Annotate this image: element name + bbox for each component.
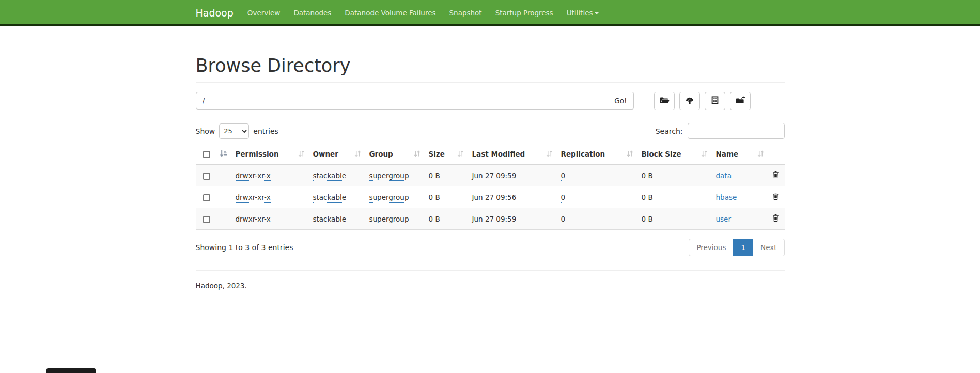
column-header-last-modified[interactable]: Last Modified (468, 146, 557, 164)
cell-owner: stackable (309, 164, 365, 186)
cell-group: supergroup (365, 186, 425, 208)
site-footer-text: Hadoop, 2023. (196, 282, 785, 290)
column-header-name[interactable]: Name (712, 146, 768, 164)
column-header-block-size[interactable]: Block Size (637, 146, 712, 164)
editable-replication[interactable]: 0 (561, 215, 566, 224)
cell-size: 0 B (425, 186, 468, 208)
column-header-owner[interactable]: Owner (309, 146, 365, 164)
editable-owner[interactable]: stackable (313, 193, 347, 203)
column-header-replication[interactable]: Replication (557, 146, 637, 164)
cell-size: 0 B (425, 208, 468, 230)
cell-replication: 0 (557, 208, 637, 230)
cell-last-modified: Jun 27 09:59 (468, 208, 557, 230)
directory-link[interactable]: user (716, 215, 731, 223)
cell-permission: drwxr-xr-x (231, 208, 309, 230)
cell-permission: drwxr-xr-x (231, 186, 309, 208)
editable-group[interactable]: supergroup (369, 215, 409, 224)
row-checkbox[interactable] (203, 173, 210, 180)
delete-button[interactable] (772, 192, 779, 202)
editable-owner[interactable]: stackable (313, 215, 347, 224)
search-input[interactable] (688, 123, 785, 139)
text-size: 0 B (429, 172, 440, 180)
page-size-select[interactable]: 25 (219, 123, 249, 139)
column-header-size[interactable]: Size (425, 146, 468, 164)
nav-item-datanode-volume-failures[interactable]: Datanode Volume Failures (338, 1, 442, 25)
nav-item-snapshot[interactable]: Snapshot (443, 1, 489, 25)
nav-item-startup-progress[interactable]: Startup Progress (489, 1, 560, 25)
delete-button[interactable] (772, 170, 779, 180)
pagination-page-1[interactable]: 1 (733, 239, 753, 256)
editable-permission[interactable]: drwxr-xr-x (236, 215, 271, 224)
trash-icon (772, 173, 779, 180)
text-block-size: 0 B (642, 172, 653, 180)
table-body: drwxr-xr-xstackablesupergroup0 BJun 27 0… (196, 164, 785, 230)
editable-owner[interactable]: stackable (313, 172, 347, 181)
nav-item-utilities[interactable]: Utilities (560, 1, 606, 25)
upload-files-button[interactable] (679, 92, 700, 110)
folder-open-icon (659, 96, 670, 106)
navbar-brand[interactable]: Hadoop (196, 7, 234, 19)
nav-item-datanodes[interactable]: Datanodes (287, 1, 338, 25)
row-checkbox[interactable] (203, 216, 210, 223)
cell-owner: stackable (309, 186, 365, 208)
text-last-modified: Jun 27 09:59 (472, 215, 517, 223)
nav-item-overview[interactable]: Overview (241, 1, 287, 25)
create-directory-button[interactable] (654, 92, 675, 110)
show-label: Show (196, 127, 215, 135)
sort-icon (354, 150, 361, 159)
text-last-modified: Jun 27 09:59 (472, 172, 517, 180)
cell-last-modified: Jun 27 09:59 (468, 164, 557, 186)
sort-amount-asc-icon (220, 150, 227, 159)
navbar: Hadoop Overview Datanodes Datanode Volum… (0, 0, 980, 26)
navbar-links: Overview Datanodes Datanode Volume Failu… (241, 1, 606, 25)
footer-divider (196, 270, 785, 271)
go-button[interactable]: Go! (608, 92, 633, 110)
paste-button[interactable] (705, 92, 725, 110)
table-info: Showing 1 to 3 of 3 entries (196, 243, 293, 252)
column-header-group[interactable]: Group (365, 146, 425, 164)
column-header-actions (768, 146, 785, 164)
row-checkbox[interactable] (203, 194, 210, 201)
text-size: 0 B (429, 193, 440, 201)
directory-link[interactable]: data (716, 172, 732, 180)
clipboard-list-icon (711, 96, 719, 106)
cell-actions (768, 208, 785, 230)
cell-actions (768, 186, 785, 208)
editable-permission[interactable]: drwxr-xr-x (236, 172, 271, 181)
pagination-next[interactable]: Next (753, 239, 784, 256)
directory-table: Permission Owner Group Size Last Modifie… (196, 146, 785, 230)
cell-size: 0 B (425, 164, 468, 186)
editable-permission[interactable]: drwxr-xr-x (236, 193, 271, 203)
select-all-checkbox[interactable] (203, 151, 210, 158)
editable-group[interactable]: supergroup (369, 172, 409, 181)
upload-icon (685, 96, 695, 106)
editable-replication[interactable]: 0 (561, 193, 566, 203)
cell-permission: drwxr-xr-x (231, 164, 309, 186)
trash-icon (772, 194, 779, 202)
folder-move-icon (735, 96, 745, 106)
select-all-header (196, 146, 231, 164)
delete-button[interactable] (772, 214, 779, 224)
text-last-modified: Jun 27 09:56 (472, 193, 517, 201)
path-bar: Go! (196, 92, 785, 110)
directory-path-input[interactable] (196, 92, 609, 110)
toolbar (654, 92, 751, 110)
column-header-permission[interactable]: Permission (231, 146, 309, 164)
cell-last-modified: Jun 27 09:56 (468, 186, 557, 208)
cell-block-size: 0 B (637, 208, 712, 230)
row-checkbox-cell (196, 208, 231, 230)
sort-icon (757, 150, 764, 159)
editable-replication[interactable]: 0 (561, 172, 566, 181)
cell-owner: stackable (309, 208, 365, 230)
page-title: Browse Directory (196, 55, 785, 76)
sort-icon (701, 150, 708, 159)
caret-down-icon (595, 12, 599, 14)
pagination-previous[interactable]: Previous (689, 239, 734, 256)
move-button[interactable] (730, 92, 751, 110)
directory-link[interactable]: hbase (716, 193, 737, 201)
table-header-row: Permission Owner Group Size Last Modifie… (196, 146, 785, 164)
table-row: drwxr-xr-xstackablesupergroup0 BJun 27 0… (196, 186, 785, 208)
cell-replication: 0 (557, 164, 637, 186)
editable-group[interactable]: supergroup (369, 193, 409, 203)
sort-icon (546, 150, 553, 159)
